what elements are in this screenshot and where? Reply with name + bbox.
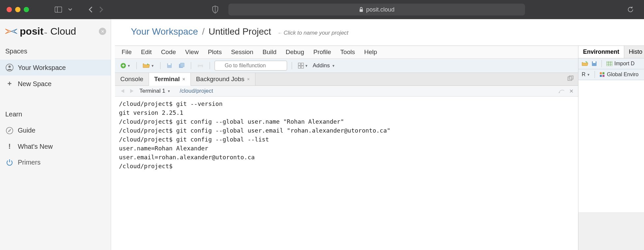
sidebar-toggle-icon[interactable] (55, 7, 62, 13)
tab-terminal[interactable]: Terminal × (149, 73, 191, 86)
global-env-selector[interactable]: Global Enviro (600, 72, 638, 78)
sidebar-section-learn: Learn (0, 109, 111, 123)
nav-forward-icon[interactable] (99, 6, 103, 13)
url-text: posit.cloud (366, 6, 395, 13)
window-controls (7, 7, 29, 12)
menu-tools[interactable]: Tools (340, 48, 355, 56)
user-circle-icon (5, 64, 14, 72)
close-window-button[interactable] (7, 7, 12, 12)
menu-file[interactable]: File (122, 48, 132, 56)
sidebar-section-spaces: Spaces (0, 46, 111, 60)
svg-rect-26 (606, 61, 612, 66)
terminal-next-icon[interactable] (128, 88, 135, 94)
tab-background-jobs[interactable]: Background Jobs × (191, 73, 255, 85)
save-workspace-icon[interactable] (592, 61, 597, 66)
menu-plots[interactable]: Plots (208, 48, 222, 56)
addins-menu[interactable]: Addins ▼ (313, 62, 335, 69)
project-title[interactable]: Untitled Project (209, 26, 271, 37)
menu-edit[interactable]: Edit (141, 48, 152, 56)
svg-rect-12 (168, 63, 171, 65)
svg-rect-14 (180, 63, 184, 67)
sidebar-item-workspace[interactable]: Your Workspace (0, 60, 111, 76)
print-button[interactable] (196, 62, 205, 69)
svg-rect-32 (602, 72, 604, 74)
main-content: Your Workspace / Untitled Project ←Click… (111, 19, 644, 250)
env-scope-bar: R▼ Global Enviro (578, 69, 644, 80)
menu-debug[interactable]: Debug (286, 48, 304, 56)
r-engine-selector[interactable]: R▼ (582, 72, 590, 78)
exclamation-icon: ! (5, 142, 14, 151)
close-terminal-icon[interactable]: ✕ (569, 88, 573, 94)
svg-rect-23 (569, 76, 573, 79)
svg-rect-22 (568, 77, 572, 80)
svg-point-6 (6, 127, 13, 134)
tab-history[interactable]: Histo (624, 46, 644, 58)
breadcrumb-workspace-link[interactable]: Your Workspace (131, 26, 198, 37)
sidebar-item-label: New Space (18, 80, 51, 88)
minimize-window-button[interactable] (15, 7, 20, 12)
menu-code[interactable]: Code (161, 48, 176, 56)
load-workspace-icon[interactable] (582, 61, 588, 66)
svg-rect-3 (360, 9, 363, 12)
sidebar: posit™ Cloud ✕ Spaces Your Workspace + N… (0, 19, 111, 250)
maximize-window-button[interactable] (24, 7, 29, 12)
open-folder-button[interactable]: ▼ (141, 62, 156, 69)
tab-console[interactable]: Console (115, 73, 149, 85)
terminal-cwd: /cloud/project (180, 88, 213, 94)
svg-rect-33 (600, 75, 602, 77)
lock-icon (359, 7, 364, 12)
menubar: File Edit Code View Plots Session Build … (115, 46, 578, 59)
sidebar-item-guide[interactable]: Guide (0, 123, 111, 138)
logo-subtext: Cloud (50, 26, 76, 37)
svg-rect-20 (298, 66, 301, 68)
sidebar-item-new-space[interactable]: + New Space (0, 76, 111, 92)
terminal-header: Terminal 1 ▼ /cloud/project ✕ (115, 86, 578, 97)
goto-file-input-wrap (215, 61, 287, 71)
collapse-sidebar-button[interactable]: ✕ (99, 28, 106, 35)
posit-logo[interactable]: posit™ Cloud (5, 26, 76, 37)
svg-rect-0 (55, 7, 62, 13)
import-dataset-button[interactable]: Import D (606, 61, 634, 67)
privacy-shield-icon[interactable] (212, 6, 219, 14)
svg-rect-16 (199, 63, 202, 65)
terminal-prev-icon[interactable] (120, 88, 126, 94)
grid-view-button[interactable]: ▼ (297, 62, 309, 69)
reload-icon[interactable] (627, 6, 634, 13)
new-file-button[interactable]: ▼ (119, 62, 132, 69)
menu-view[interactable]: View (185, 48, 199, 56)
breadcrumb: Your Workspace / Untitled Project ←Click… (111, 19, 644, 44)
chevron-down-icon[interactable] (68, 8, 73, 11)
browser-url-bar[interactable]: posit.cloud (228, 4, 525, 16)
svg-rect-18 (298, 63, 301, 65)
posit-logo-icon (5, 27, 18, 36)
menu-session[interactable]: Session (231, 48, 253, 56)
close-tab-icon[interactable]: × (247, 77, 250, 82)
maximize-pane-icon[interactable] (563, 73, 578, 85)
menu-help[interactable]: Help (364, 48, 377, 56)
close-tab-icon[interactable]: × (183, 77, 185, 82)
menu-profile[interactable]: Profile (313, 48, 331, 56)
svg-point-5 (9, 66, 11, 68)
save-button[interactable] (165, 62, 174, 69)
environment-tabs: Environment Histo (578, 46, 644, 58)
env-toolbar: Import D (578, 58, 644, 69)
console-tabs: Console Terminal × Background Jobs × (115, 73, 578, 86)
nav-back-icon[interactable] (88, 6, 93, 13)
sidebar-item-label: Your Workspace (18, 64, 66, 72)
sidebar-item-label: What's New (18, 143, 53, 150)
goto-file-input[interactable] (215, 61, 287, 71)
power-icon (5, 159, 14, 166)
svg-rect-17 (199, 66, 202, 68)
breadcrumb-separator: / (202, 26, 205, 37)
save-all-button[interactable] (177, 62, 186, 69)
logo-text: posit™ (20, 26, 47, 37)
menu-build[interactable]: Build (263, 48, 277, 56)
terminal-selector[interactable]: Terminal 1 ▼ (139, 88, 170, 94)
clear-terminal-icon[interactable] (558, 88, 565, 94)
rstudio-ide: File Edit Code View Plots Session Build … (115, 46, 644, 250)
sidebar-item-primers[interactable]: Primers (0, 155, 111, 170)
sidebar-item-whats-new[interactable]: ! What's New (0, 138, 111, 155)
terminal-output[interactable]: /cloud/project$ git --version git versio… (115, 97, 578, 173)
tab-environment[interactable]: Environment (578, 46, 624, 58)
environment-pane: Environment Histo Import D (578, 46, 644, 250)
